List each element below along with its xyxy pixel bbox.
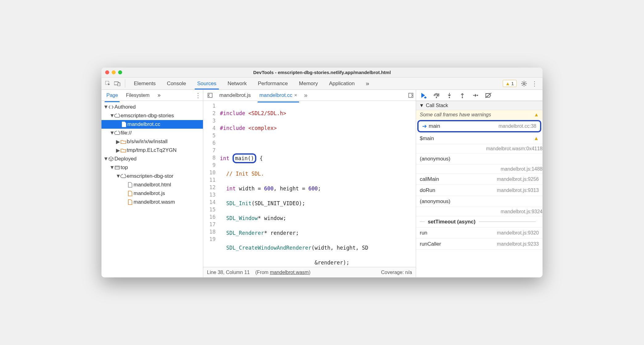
editor-panel: mandelbrot.js mandelbrot.cc × » 12345678… <box>203 90 416 277</box>
file-tree: ▼ Authored ▼ emscripten-dbg-stories mand… <box>101 101 203 277</box>
step-over-icon[interactable] <box>433 92 440 98</box>
svg-rect-4 <box>115 166 119 169</box>
tree-folder[interactable]: ▶ b/s/w/ir/x/w/install <box>101 137 203 146</box>
file-tabs-overflow[interactable]: » <box>302 92 309 99</box>
tree-folder[interactable]: ▶ tmp/tmp.ELcTq2YGN <box>101 146 203 155</box>
window-title: DevTools - emscripten-dbg-stories.netlif… <box>101 70 543 75</box>
step-out-icon[interactable] <box>459 92 465 98</box>
svg-point-10 <box>449 97 450 98</box>
tab-network[interactable]: Network <box>222 77 252 89</box>
callstack-frame[interactable]: (anonymous) <box>416 196 543 207</box>
file-icon <box>127 182 134 188</box>
svg-rect-8 <box>424 96 427 98</box>
callstack-frame-loc: mandelbrot.js:9324 <box>416 207 543 216</box>
cursor-position: Line 38, Column 11 <box>207 270 250 275</box>
inspect-element-icon[interactable] <box>103 77 113 89</box>
svg-point-3 <box>523 83 525 85</box>
tree-cloud-origin[interactable]: ▼ emscripten-dbg-stories <box>101 111 203 120</box>
tree-file-selected[interactable]: mandelbrot.cc <box>101 120 203 129</box>
svg-point-12 <box>477 95 478 96</box>
tab-performance[interactable]: Performance <box>252 77 293 89</box>
navigator-panel: Page Filesystem » ⋮ ▼ Authored ▼ emscrip… <box>101 90 203 277</box>
tree-cloud-origin[interactable]: ▼ emscripten-dbg-stor <box>101 172 203 181</box>
main-toolbar: Elements Console Sources Network Perform… <box>101 77 543 90</box>
tree-group-deployed[interactable]: ▼ Deployed <box>101 155 203 163</box>
nav-tab-page[interactable]: Page <box>103 91 121 100</box>
svg-point-9 <box>436 97 437 98</box>
step-icon[interactable] <box>472 92 478 98</box>
svg-point-11 <box>462 97 463 98</box>
close-tab-icon[interactable]: × <box>294 92 297 98</box>
toggle-debugger-icon[interactable] <box>408 93 413 98</box>
step-into-icon[interactable] <box>446 92 452 98</box>
resume-icon[interactable] <box>420 92 427 98</box>
sourcemap-origin: (From mandelbrot.wasm) <box>255 270 311 275</box>
warning-icon: ▲ <box>506 81 510 86</box>
tree-file[interactable]: mandelbrot.wasm <box>101 198 203 206</box>
cloud-icon <box>120 174 127 178</box>
nav-more-icon[interactable]: ⋮ <box>195 92 201 99</box>
tabs-overflow[interactable]: » <box>360 77 375 89</box>
code-content: #include <SDL2/SDL.h> #include <complex>… <box>218 101 416 267</box>
callstack-frame[interactable]: runCaller mandelbrot.js:9233 <box>416 239 543 250</box>
file-icon <box>127 199 134 205</box>
toggle-navigator-icon[interactable] <box>206 93 214 98</box>
callstack-frame[interactable]: (anonymous) <box>416 153 543 164</box>
tab-application[interactable]: Application <box>324 77 360 89</box>
cloud-icon <box>114 114 121 118</box>
line-gutter: 12345678910111213141516171819 <box>203 101 218 267</box>
callstack-header[interactable]: ▼ Call Stack <box>416 101 543 110</box>
file-icon <box>127 191 134 196</box>
debugger-controls <box>416 90 543 101</box>
nav-tab-filesystem[interactable]: Filesystem <box>123 91 152 100</box>
svg-rect-2 <box>118 83 120 86</box>
callstack-frame[interactable]: doRun mandelbrot.js:9313 <box>416 185 543 196</box>
callstack-frame[interactable]: callMain mandelbrot.js:9256 <box>416 174 543 185</box>
device-toolbar-icon[interactable] <box>113 77 122 89</box>
tab-sources[interactable]: Sources <box>192 77 222 89</box>
folder-icon <box>120 148 127 152</box>
tree-file[interactable]: mandelbrot.html <box>101 181 203 189</box>
tree-cloud-file[interactable]: ▼ file:// <box>101 129 203 137</box>
tab-elements[interactable]: Elements <box>128 77 161 89</box>
warning-icon: ▲ <box>534 112 539 118</box>
file-tab-active[interactable]: mandelbrot.cc × <box>256 90 301 100</box>
tree-group-authored[interactable]: ▼ Authored <box>101 103 203 111</box>
chevron-down-icon: ▼ <box>419 103 424 108</box>
cloud-icon <box>114 131 121 135</box>
tab-console[interactable]: Console <box>161 77 192 89</box>
folder-icon <box>120 139 127 144</box>
callstack-list: ➔ main mandelbrot.cc:38 $main ▲ mandelbr… <box>416 119 543 250</box>
editor-statusbar: Line 38, Column 11 (From mandelbrot.wasm… <box>203 267 416 277</box>
callstack-frame[interactable]: run mandelbrot.js:9320 <box>416 227 543 239</box>
file-tab[interactable]: mandelbrot.js <box>216 90 254 100</box>
code-editor[interactable]: 12345678910111213141516171819 #include <… <box>203 101 416 267</box>
settings-icon[interactable] <box>521 81 527 87</box>
callstack-frame-loc: mandelbrot.wasm:0x4118 <box>416 144 543 153</box>
warnings-badge[interactable]: ▲ 1 <box>503 80 517 87</box>
callstack-frame[interactable]: $main ▲ <box>416 133 543 144</box>
tree-file[interactable]: mandelbrot.js <box>101 189 203 198</box>
coverage-status: Coverage: n/a <box>381 270 412 275</box>
nav-tabs-overflow[interactable]: » <box>155 90 164 100</box>
callstack-frame-current[interactable]: ➔ main mandelbrot.cc:38 <box>417 120 541 132</box>
code-icon <box>108 105 114 109</box>
async-divider: setTimeout (async) <box>416 216 543 227</box>
frame-icon <box>114 166 121 169</box>
tab-memory[interactable]: Memory <box>293 77 323 89</box>
callstack-warning: Some call frames have warnings ▲ <box>416 110 543 119</box>
tree-frame-top[interactable]: ▼ top <box>101 163 203 172</box>
debugger-panel: ▼ Call Stack Some call frames have warni… <box>416 90 543 277</box>
cube-icon <box>108 156 114 161</box>
more-menu-icon[interactable]: ⋮ <box>531 80 538 87</box>
deactivate-breakpoints-icon[interactable] <box>485 92 491 98</box>
callstack-frame-loc: mandelbrot.js:1488 <box>416 164 543 174</box>
titlebar: DevTools - emscripten-dbg-stories.netlif… <box>101 68 543 77</box>
file-tabs: mandelbrot.js mandelbrot.cc × » <box>203 90 416 101</box>
devtools-window: DevTools - emscripten-dbg-stories.netlif… <box>101 68 543 277</box>
warning-icon: ▲ <box>534 135 539 142</box>
file-icon <box>121 122 127 127</box>
warning-count: 1 <box>511 81 514 86</box>
current-frame-arrow-icon: ➔ <box>422 123 427 130</box>
